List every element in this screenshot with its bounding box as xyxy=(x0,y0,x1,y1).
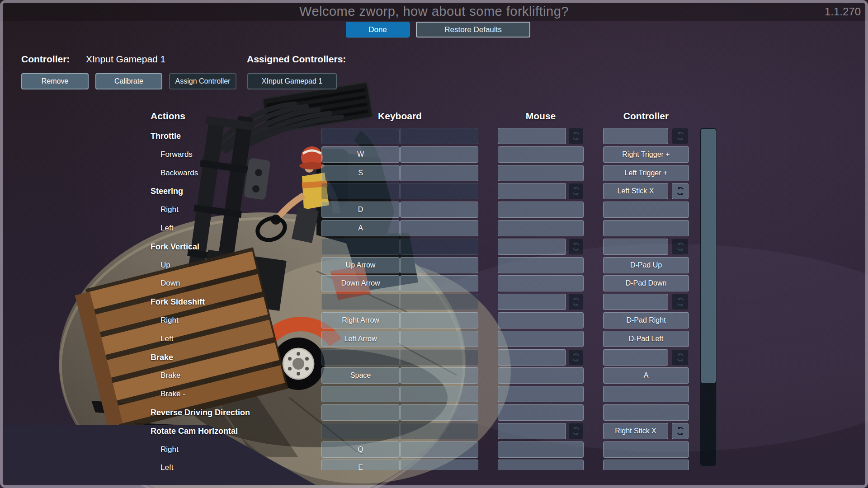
assign-controller-button[interactable]: Assign Controller xyxy=(169,73,236,89)
mouse-binding-cell[interactable] xyxy=(498,128,566,144)
keyboard-primary-cell[interactable]: S xyxy=(321,165,400,181)
keyboard-secondary-cell[interactable] xyxy=(400,183,478,199)
keyboard-primary-cell[interactable]: E xyxy=(321,460,400,470)
mouse-binding-cell[interactable] xyxy=(498,331,584,347)
mouse-binding-cell[interactable] xyxy=(498,349,566,366)
controller-binding-cell[interactable]: Left Stick X xyxy=(603,183,668,199)
version-label: 1.1.270 xyxy=(825,5,861,18)
keyboard-primary-cell[interactable] xyxy=(321,404,400,421)
reset-mouse-binding-button[interactable] xyxy=(568,423,584,439)
mouse-binding-cell[interactable] xyxy=(498,257,584,273)
keyboard-secondary-cell[interactable] xyxy=(400,220,478,236)
controller-binding-cell[interactable]: D-Pad Left xyxy=(603,331,689,347)
controller-binding-cell[interactable] xyxy=(603,441,689,458)
keyboard-secondary-cell[interactable] xyxy=(400,404,478,421)
mouse-binding-cell[interactable] xyxy=(498,239,566,255)
keyboard-primary-cell[interactable]: Right Arrow xyxy=(321,312,400,328)
keyboard-secondary-cell[interactable] xyxy=(400,460,478,470)
keyboard-secondary-cell[interactable] xyxy=(400,312,478,328)
controller-binding-cell[interactable] xyxy=(603,349,668,366)
controller-binding-cell[interactable]: Left Trigger + xyxy=(603,165,689,181)
mouse-binding-cell[interactable] xyxy=(498,183,566,199)
mouse-binding-cell[interactable] xyxy=(498,202,584,218)
keyboard-secondary-cell[interactable] xyxy=(400,294,478,310)
mouse-binding-cell[interactable] xyxy=(498,294,566,310)
mouse-binding-cell[interactable] xyxy=(498,146,584,163)
controller-binding-cell[interactable] xyxy=(603,202,689,218)
action-label: Left xyxy=(160,331,173,347)
reset-mouse-binding-button[interactable] xyxy=(568,128,584,144)
reset-mouse-binding-button[interactable] xyxy=(568,183,584,199)
keyboard-secondary-cell[interactable] xyxy=(400,257,478,273)
controller-binding-cell[interactable]: Right Stick X xyxy=(603,423,668,439)
reset-mouse-binding-button[interactable] xyxy=(568,239,584,255)
calibrate-button[interactable]: Calibrate xyxy=(95,73,162,89)
controller-binding-cell[interactable]: D-Pad Right xyxy=(603,312,689,328)
mouse-binding-cell[interactable] xyxy=(498,404,584,421)
controller-binding-cell[interactable]: D-Pad Up xyxy=(603,257,689,273)
controller-binding-cell[interactable]: A xyxy=(603,367,689,384)
reset-controller-binding-button[interactable] xyxy=(672,128,689,144)
controller-binding-cell[interactable] xyxy=(603,128,668,144)
keyboard-secondary-cell[interactable] xyxy=(400,128,478,144)
keyboard-primary-cell[interactable]: Space xyxy=(321,367,400,384)
done-button[interactable]: Done xyxy=(346,22,410,38)
keyboard-primary-cell[interactable]: W xyxy=(321,146,400,163)
mouse-binding-cell[interactable] xyxy=(498,367,584,384)
mouse-binding-cell[interactable] xyxy=(498,441,584,458)
controller-binding-cell[interactable] xyxy=(603,294,668,310)
controller-binding-cell[interactable] xyxy=(603,386,689,402)
assigned-controller-item[interactable]: XInput Gamepad 1 xyxy=(247,73,337,89)
mouse-binding-cell[interactable] xyxy=(498,165,584,181)
keyboard-primary-cell[interactable] xyxy=(321,183,400,199)
keyboard-secondary-cell[interactable] xyxy=(400,349,478,366)
keyboard-primary-cell[interactable]: A xyxy=(321,220,400,236)
keyboard-primary-cell[interactable]: Up Arrow xyxy=(321,257,400,273)
keyboard-primary-cell[interactable] xyxy=(321,349,400,366)
keyboard-primary-cell[interactable] xyxy=(321,294,400,310)
keyboard-primary-cell[interactable] xyxy=(321,128,400,144)
reset-mouse-binding-button[interactable] xyxy=(568,294,584,310)
keyboard-secondary-cell[interactable] xyxy=(400,146,478,163)
keyboard-secondary-cell[interactable] xyxy=(400,239,478,255)
keyboard-primary-cell[interactable]: Left Arrow xyxy=(321,331,400,347)
mouse-binding-cell[interactable] xyxy=(498,460,584,470)
controller-binding-cell[interactable] xyxy=(603,404,689,421)
keyboard-secondary-cell[interactable] xyxy=(400,331,478,347)
controller-binding-cell[interactable]: Right Trigger + xyxy=(603,146,689,163)
scrollbar-thumb[interactable] xyxy=(701,129,716,383)
keyboard-secondary-cell[interactable] xyxy=(400,165,478,181)
mouse-binding-cell[interactable] xyxy=(498,275,584,291)
mouse-binding-cell[interactable] xyxy=(498,312,584,328)
keyboard-primary-cell[interactable] xyxy=(321,239,400,255)
reset-controller-binding-button[interactable] xyxy=(672,423,689,439)
reset-mouse-binding-button[interactable] xyxy=(568,349,584,366)
bindings-scrollbar[interactable] xyxy=(700,128,717,466)
reset-controller-binding-button[interactable] xyxy=(672,183,689,199)
reset-controller-binding-button[interactable] xyxy=(672,349,689,366)
keyboard-primary-cell[interactable]: D xyxy=(321,202,400,218)
controller-binding-cell[interactable] xyxy=(603,239,668,255)
remove-controller-button[interactable]: Remove xyxy=(21,73,89,89)
keyboard-primary-cell[interactable] xyxy=(321,386,400,402)
action-label: Brake xyxy=(151,349,173,366)
keyboard-secondary-cell[interactable] xyxy=(400,423,478,439)
keyboard-primary-cell[interactable]: Down Arrow xyxy=(321,275,400,291)
controller-binding-cell[interactable] xyxy=(603,220,689,236)
reset-controller-binding-button[interactable] xyxy=(672,239,689,255)
keyboard-secondary-cell[interactable] xyxy=(400,202,478,218)
mouse-binding-cell[interactable] xyxy=(498,386,584,402)
keyboard-primary-cell[interactable]: Q xyxy=(321,441,400,458)
keyboard-secondary-cell[interactable] xyxy=(400,275,478,291)
keyboard-secondary-cell[interactable] xyxy=(400,367,478,384)
binding-row: Brake Space A xyxy=(136,367,699,384)
keyboard-secondary-cell[interactable] xyxy=(400,386,478,402)
controller-binding-cell[interactable]: D-Pad Down xyxy=(603,275,689,291)
reset-controller-binding-button[interactable] xyxy=(672,294,689,310)
controller-binding-cell[interactable] xyxy=(603,460,689,470)
mouse-binding-cell[interactable] xyxy=(498,220,584,236)
mouse-binding-cell[interactable] xyxy=(498,423,566,439)
keyboard-primary-cell[interactable] xyxy=(321,423,400,439)
restore-defaults-button[interactable]: Restore Defaults xyxy=(416,22,530,38)
keyboard-secondary-cell[interactable] xyxy=(400,441,478,458)
